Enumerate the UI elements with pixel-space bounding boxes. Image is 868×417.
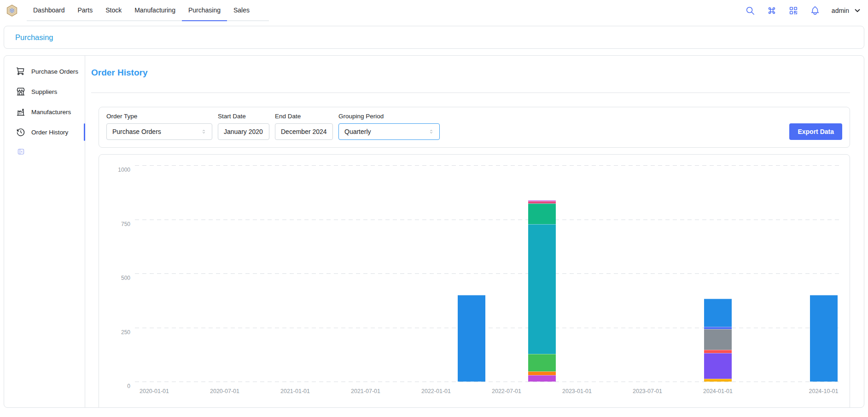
chart-bar-2024-01-01-segment[interactable] bbox=[704, 350, 732, 353]
app-logo-icon[interactable] bbox=[6, 4, 18, 17]
end-date-input[interactable]: December 2024 bbox=[275, 123, 333, 140]
y-axis-tick-500: 500 bbox=[99, 275, 130, 281]
x-axis-tick-2022-01-01: 2022-01-01 bbox=[406, 388, 466, 394]
qr-scan-icon[interactable] bbox=[788, 6, 798, 16]
export-data-button[interactable]: Export Data bbox=[789, 123, 842, 140]
x-axis-tick-2021-07-01: 2021-07-01 bbox=[336, 388, 396, 394]
content-area: Order History Order Type Purchase Orders… bbox=[85, 56, 864, 407]
x-axis-tick-2022-07-01: 2022-07-01 bbox=[477, 388, 536, 394]
chart-bar-2022-10-01-segment[interactable] bbox=[528, 203, 556, 224]
y-axis-tick-250: 250 bbox=[99, 329, 130, 336]
chevron-down-icon bbox=[853, 6, 862, 15]
app-header: Dashboard Parts Stock Manufacturing Purc… bbox=[0, 0, 868, 21]
history-icon bbox=[16, 127, 25, 137]
x-axis-tick-2023-07-01: 2023-07-01 bbox=[618, 388, 677, 394]
x-axis-tick-2024-10-01: 2024-10-01 bbox=[794, 388, 851, 394]
chart-bar-2022-10-01-segment[interactable] bbox=[528, 354, 556, 371]
gridline-y-500 bbox=[135, 273, 840, 274]
sidebar-item-purchase-orders[interactable]: Purchase Orders bbox=[4, 61, 85, 81]
chart-bar-2024-01-01-segment[interactable] bbox=[704, 329, 732, 350]
command-icon[interactable] bbox=[767, 6, 777, 16]
breadcrumb-link-purchasing[interactable]: Purchasing bbox=[15, 33, 53, 42]
filter-panel: Order Type Purchase Orders Start Date Ja… bbox=[99, 107, 850, 148]
selector-chevrons-icon bbox=[429, 127, 434, 136]
start-date-label: Start Date bbox=[218, 113, 269, 120]
y-axis-tick-750: 750 bbox=[99, 221, 130, 227]
sidebar-item-order-history[interactable]: Order History bbox=[4, 122, 85, 142]
main-nav: Dashboard Parts Stock Manufacturing Purc… bbox=[27, 0, 269, 21]
factory-icon bbox=[16, 107, 25, 116]
gridline-y-750 bbox=[135, 220, 840, 220]
gridline-y-1000 bbox=[135, 165, 840, 166]
order-history-chart[interactable]: 025050075010002020-01-012020-07-012021-0… bbox=[99, 154, 850, 408]
sidebar: Purchase Orders Suppliers Manufacturers … bbox=[4, 56, 85, 407]
start-date-field: Start Date January 2020 bbox=[218, 113, 269, 140]
username-label: admin bbox=[832, 7, 849, 14]
chart-bar-2022-04-01-segment[interactable] bbox=[458, 295, 485, 382]
x-axis-tick-2024-01-01: 2024-01-01 bbox=[688, 388, 748, 394]
chart-bar-2024-01-01-segment[interactable] bbox=[704, 353, 732, 379]
supplier-store-icon bbox=[16, 87, 25, 96]
x-axis-tick-2020-07-01: 2020-07-01 bbox=[195, 388, 255, 394]
order-type-select[interactable]: Purchase Orders bbox=[106, 123, 212, 140]
chart-bar-2022-10-01-segment[interactable] bbox=[528, 224, 556, 354]
search-icon[interactable] bbox=[745, 6, 755, 16]
gridline-y-250 bbox=[135, 328, 840, 328]
x-axis-tick-2021-01-01: 2021-01-01 bbox=[265, 388, 325, 394]
sidebar-item-suppliers[interactable]: Suppliers bbox=[4, 81, 85, 102]
nav-tab-purchasing[interactable]: Purchasing bbox=[182, 0, 227, 21]
sidebar-item-manufacturers[interactable]: Manufacturers bbox=[4, 102, 85, 122]
chart-bar-2024-10-01-segment[interactable] bbox=[810, 295, 838, 382]
chart-bar-2024-01-01-segment[interactable] bbox=[704, 379, 732, 382]
x-axis-tick-2020-01-01: 2020-01-01 bbox=[124, 388, 184, 394]
chart-bar-2022-10-01-segment[interactable] bbox=[528, 375, 556, 382]
sidebar-collapse-icon[interactable] bbox=[17, 148, 25, 156]
page-title: Order History bbox=[91, 68, 850, 78]
nav-tab-stock[interactable]: Stock bbox=[99, 0, 128, 20]
y-axis-tick-1000: 1000 bbox=[99, 167, 130, 173]
order-type-field: Order Type Purchase Orders bbox=[106, 113, 212, 140]
grouping-period-select[interactable]: Quarterly bbox=[338, 123, 440, 140]
start-date-input[interactable]: January 2020 bbox=[218, 123, 269, 140]
breadcrumb: Purchasing bbox=[4, 26, 864, 49]
grouping-period-field: Grouping Period Quarterly bbox=[338, 113, 440, 140]
main-panel: Purchase Orders Suppliers Manufacturers … bbox=[4, 55, 864, 408]
order-type-label: Order Type bbox=[106, 113, 212, 120]
chart-bar-2024-01-01-segment[interactable] bbox=[704, 327, 732, 329]
user-menu[interactable]: admin bbox=[832, 6, 862, 15]
x-axis-tick-2023-01-01: 2023-01-01 bbox=[547, 388, 607, 394]
chart-bar-2022-10-01-segment[interactable] bbox=[528, 201, 556, 203]
title-divider bbox=[91, 93, 850, 93]
end-date-label: End Date bbox=[275, 113, 333, 120]
nav-tab-parts[interactable]: Parts bbox=[71, 0, 99, 20]
nav-tab-sales[interactable]: Sales bbox=[227, 0, 256, 20]
gridline-y-0 bbox=[135, 382, 840, 382]
end-date-field: End Date December 2024 bbox=[275, 113, 333, 140]
notifications-icon[interactable] bbox=[810, 6, 820, 16]
grouping-period-label: Grouping Period bbox=[338, 113, 440, 120]
chart-bar-2022-10-01-segment[interactable] bbox=[528, 371, 556, 375]
chart-bar-2024-01-01-segment[interactable] bbox=[704, 299, 732, 326]
shopping-cart-icon bbox=[16, 67, 25, 76]
chart-bar-2022-10-01-segment[interactable] bbox=[528, 200, 556, 202]
selector-chevrons-icon bbox=[201, 127, 206, 136]
nav-tab-manufacturing[interactable]: Manufacturing bbox=[128, 0, 182, 20]
header-actions: admin bbox=[745, 6, 862, 16]
nav-tab-dashboard[interactable]: Dashboard bbox=[27, 0, 71, 20]
